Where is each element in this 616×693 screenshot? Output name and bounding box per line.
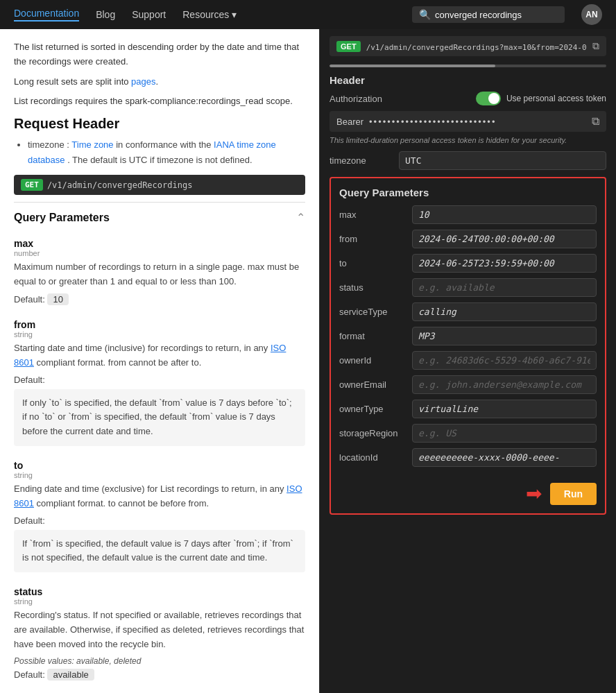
bearer-label: Bearer (336, 117, 363, 127)
intro-text-1: The list returned is sorted in descendin… (14, 40, 305, 69)
avatar: AN (581, 4, 602, 25)
to-info-box: If `from` is specified, the default valu… (14, 530, 305, 573)
bullet-item-timezone: timezone : Time zone in conformance with… (28, 137, 305, 168)
url-scrollbar[interactable] (330, 65, 606, 67)
url-method-badge: GET (336, 41, 361, 52)
endpoint-bar: GET /v1/admin/convergedRecordings (14, 175, 305, 195)
qp-row-status: status (339, 278, 597, 297)
qp-row-storageregion: storageRegion (339, 424, 597, 443)
chevron-up-icon[interactable]: ⌃ (296, 211, 305, 224)
get-badge: GET (21, 179, 43, 191)
query-params-right-panel: Query Parameters max from to status serv… (330, 177, 606, 515)
qp-title: Query Parameters (339, 187, 597, 198)
timezone-input[interactable] (399, 151, 606, 170)
qp-input-to[interactable] (412, 254, 597, 273)
qp-label-from: from (339, 234, 405, 244)
qp-label-ownerid: ownerId (339, 355, 405, 366)
top-navigation: Documentation Blog Support Resources ▾ 🔍… (0, 0, 616, 29)
qp-label-owneremail: ownerEmail (339, 379, 405, 390)
search-bar[interactable]: 🔍 (412, 6, 565, 23)
auth-text: Use personal access token (506, 94, 606, 103)
param-status: status string Recording's status. If not… (14, 586, 305, 680)
qp-input-from[interactable] (412, 230, 597, 248)
qp-input-storageregion[interactable] (412, 424, 597, 443)
qp-input-ownertype[interactable] (412, 400, 597, 418)
qp-input-max[interactable] (412, 205, 597, 224)
qp-label-servicetype: serviceType (339, 307, 405, 317)
qp-row-max: max (339, 205, 597, 224)
left-panel: The list returned is sorted in descendin… (0, 29, 319, 693)
qp-row-format: format (339, 327, 597, 345)
bearer-dots: •••••••••••••••••••••••••••• (369, 117, 592, 127)
query-params-section-header: Query Parameters ⌃ (14, 202, 305, 228)
header-section: Header Authorization Use personal access… (330, 74, 606, 170)
qp-input-status[interactable] (412, 278, 597, 297)
search-icon: 🔍 (419, 9, 431, 20)
param-max: max number Maximum number of recordings … (14, 238, 305, 305)
nav-resources[interactable]: Resources ▾ (182, 9, 237, 20)
param-to: to string Ending date and time (exclusiv… (14, 460, 305, 572)
qp-label-storageregion: storageRegion (339, 428, 405, 438)
timezone-row: timezone (330, 151, 606, 170)
qp-row-owneremail: ownerEmail (339, 375, 597, 394)
url-bar-scrollable: /v1/admin/convergedRecordings?max=10&fro… (366, 41, 587, 52)
qp-label-status: status (339, 282, 405, 293)
token-note: This limited-duration personal access to… (330, 136, 606, 144)
status-possible-values: Possible values: available, deleted (14, 656, 305, 666)
qp-input-locationid[interactable] (412, 448, 597, 467)
copy-bearer-icon[interactable]: ⧉ (592, 115, 599, 128)
pages-link[interactable]: pages (131, 76, 155, 87)
search-input[interactable] (435, 10, 558, 20)
right-panel: GET /v1/admin/convergedRecordings?max=10… (319, 29, 616, 693)
url-bar: GET /v1/admin/convergedRecordings?max=10… (330, 36, 606, 56)
qp-input-ownerid[interactable] (412, 351, 597, 370)
qp-input-format[interactable] (412, 327, 597, 345)
intro-text-3: List recordings requires the spark-compl… (14, 94, 305, 109)
status-default-badge: available (47, 669, 94, 681)
qp-row-to: to (339, 254, 597, 273)
qp-label-locationid: locationId (339, 452, 405, 463)
request-header-title: Request Header (14, 116, 305, 132)
auth-label: Authorization (330, 94, 382, 104)
qp-label-max: max (339, 209, 405, 220)
qp-row-from: from (339, 230, 597, 248)
chevron-down-icon: ▾ (232, 9, 237, 20)
qp-row-servicetype: serviceType (339, 302, 597, 321)
qp-input-owneremail[interactable] (412, 375, 597, 394)
max-default-badge: 10 (47, 293, 68, 305)
qp-label-ownertype: ownerType (339, 404, 405, 414)
query-params-title: Query Parameters (14, 212, 110, 224)
qp-row-ownerid: ownerId (339, 351, 597, 370)
run-row: ➡ Run (339, 477, 597, 505)
from-info-box: If only `to` is specified, the default `… (14, 389, 305, 446)
copy-url-icon[interactable]: ⧉ (592, 40, 599, 52)
url-text: /v1/admin/convergedRecordings?max=10&fro… (366, 43, 587, 52)
param-from: from string Starting date and time (incl… (14, 319, 305, 446)
auth-toggle[interactable] (476, 92, 501, 105)
qp-label-format: format (339, 331, 405, 341)
nav-blog[interactable]: Blog (96, 9, 115, 20)
auth-row: Authorization Use personal access token (330, 92, 606, 105)
run-button[interactable]: Run (550, 483, 597, 505)
qp-row-ownertype: ownerType (339, 400, 597, 418)
run-arrow-icon: ➡ (526, 482, 542, 505)
qp-label-to: to (339, 258, 405, 268)
endpoint-url: /v1/admin/convergedRecordings (47, 180, 193, 190)
time-zone-link[interactable]: Time zone (71, 139, 113, 150)
qp-row-locationid: locationId (339, 448, 597, 467)
nav-support[interactable]: Support (132, 9, 166, 20)
bearer-row: Bearer •••••••••••••••••••••••••••• ⧉ (330, 111, 606, 132)
header-section-title: Header (330, 74, 606, 86)
bullet-list: timezone : Time zone in conformance with… (28, 137, 305, 168)
nav-documentation[interactable]: Documentation (14, 8, 79, 22)
intro-text-2: Long result sets are split into pages. (14, 75, 305, 89)
iso8601-link-from[interactable]: ISO 8601 (14, 343, 286, 368)
iso8601-link-to[interactable]: ISO 8601 (14, 484, 302, 508)
timezone-label: timezone (330, 155, 392, 166)
qp-input-servicetype[interactable] (412, 302, 597, 321)
